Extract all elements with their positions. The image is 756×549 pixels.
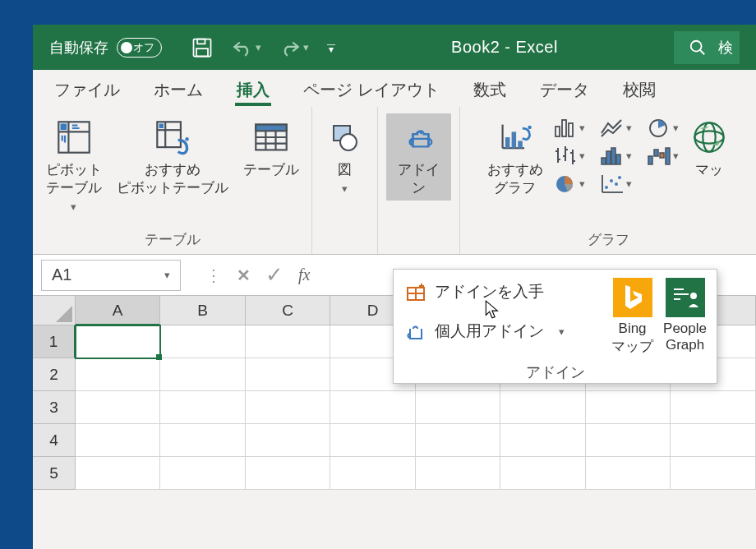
tab-formulas[interactable]: 数式 [467, 72, 513, 104]
svg-point-55 [618, 176, 621, 179]
pivot-table-button[interactable]: ピボット テーブル ▾ [44, 113, 104, 218]
name-box[interactable]: A1 ▾ [41, 260, 181, 291]
cell[interactable] [160, 424, 246, 457]
cell[interactable] [671, 391, 756, 424]
cell[interactable] [500, 391, 586, 424]
addins-dropdown: アドインを入手 個人用アドイン ▾ Bing マップ People Graph [393, 269, 717, 384]
tab-page-layout[interactable]: ページ レイアウト [297, 72, 446, 104]
cell[interactable] [246, 358, 331, 391]
col-header-A[interactable]: A [76, 296, 161, 325]
globe-icon [689, 117, 730, 158]
drag-handle-icon[interactable]: ⋮ [205, 265, 222, 285]
addins-button[interactable]: アドイ ン [386, 113, 451, 201]
row-header-3[interactable]: 3 [33, 391, 76, 424]
waterfall-button[interactable]: ▾ [647, 145, 679, 166]
title-bar: 自動保存 オフ ▾ ▾ —▾ Book2 - Excel [33, 25, 756, 70]
undo-button[interactable]: ▾ [232, 39, 261, 57]
col-header-C[interactable]: C [246, 296, 331, 325]
cell[interactable] [586, 424, 671, 457]
cell[interactable] [160, 457, 246, 490]
svg-point-58 [703, 122, 715, 151]
pie-chart-button[interactable]: ▾ [647, 117, 679, 138]
redo-button[interactable]: ▾ [279, 39, 309, 57]
search-box[interactable]: 検 [674, 31, 740, 64]
bing-maps-addin[interactable]: Bing マップ [611, 278, 653, 356]
cell[interactable] [246, 325, 331, 358]
svg-rect-43 [611, 148, 615, 164]
autosave-toggle[interactable]: 自動保存 オフ [49, 38, 162, 58]
stock-chart-button[interactable]: ▾ [553, 145, 585, 166]
cell[interactable] [671, 457, 756, 490]
illustrations-button[interactable]: 図 ▾ [323, 113, 367, 200]
tab-file[interactable]: ファイル [48, 72, 127, 104]
scatter-chart-button[interactable]: ▾ [600, 173, 632, 194]
svg-point-53 [610, 179, 613, 182]
cell[interactable] [330, 424, 416, 457]
svg-rect-2 [196, 48, 208, 56]
svg-line-4 [700, 49, 705, 54]
svg-point-13 [185, 137, 188, 141]
cell[interactable] [246, 424, 331, 457]
tab-data[interactable]: データ [533, 72, 596, 104]
tab-insert[interactable]: 挿入 [230, 72, 276, 104]
group-tables: ピボット テーブル ▾ おすすめ ピボットテーブル テーブル テーブル [33, 107, 312, 254]
row-header-4[interactable]: 4 [33, 424, 76, 457]
cell[interactable] [76, 391, 161, 424]
cell[interactable] [76, 457, 161, 490]
cell[interactable] [76, 358, 161, 391]
cell[interactable] [160, 358, 246, 391]
toggle-switch[interactable]: オフ [117, 38, 162, 58]
cell[interactable] [586, 457, 671, 490]
cell[interactable] [246, 391, 331, 424]
tab-home[interactable]: ホーム [147, 72, 210, 104]
maps-button[interactable]: マッ [687, 113, 731, 182]
confirm-icon[interactable]: ✓ [265, 262, 284, 288]
col-header-B[interactable]: B [160, 296, 246, 325]
cell[interactable] [330, 457, 416, 490]
cell[interactable] [160, 391, 246, 424]
autosave-label: 自動保存 [49, 38, 108, 58]
cell[interactable] [416, 457, 501, 490]
fx-icon[interactable]: fx [298, 265, 310, 284]
row-header-1[interactable]: 1 [33, 325, 76, 358]
cell[interactable] [246, 457, 331, 490]
cell[interactable] [500, 457, 586, 490]
shapes-icon [325, 117, 366, 158]
recommended-charts-button[interactable]: おすすめ グラフ [486, 113, 545, 201]
cell[interactable] [671, 424, 756, 457]
addin-puzzle-icon [405, 321, 426, 342]
customize-qat[interactable]: —▾ [327, 42, 335, 53]
cell[interactable] [586, 391, 671, 424]
row-header-2[interactable]: 2 [33, 358, 76, 391]
cell[interactable] [330, 391, 416, 424]
cell[interactable] [76, 424, 161, 457]
select-all-cells[interactable] [33, 296, 76, 325]
line-chart-button[interactable]: ▾ [600, 117, 632, 138]
svg-rect-26 [518, 141, 523, 148]
tab-review[interactable]: 校閲 [616, 72, 662, 104]
get-addins-item[interactable]: アドインを入手 [403, 278, 600, 306]
table-icon [251, 117, 292, 158]
cell[interactable] [160, 325, 246, 358]
row-header-5[interactable]: 5 [33, 457, 76, 490]
people-graph-addin[interactable]: People Graph [663, 278, 707, 356]
cell-A1[interactable] [76, 325, 161, 358]
save-button[interactable] [191, 36, 214, 59]
table-button[interactable]: テーブル [242, 113, 301, 182]
pie2-chart-button[interactable]: ▾ [553, 173, 585, 194]
svg-point-56 [694, 122, 723, 151]
svg-point-3 [691, 40, 702, 51]
svg-point-21 [340, 134, 357, 150]
cell[interactable] [500, 424, 586, 457]
pivot-table-icon [53, 117, 94, 158]
my-addins-item[interactable]: 個人用アドイン ▾ [403, 317, 600, 345]
store-icon [405, 281, 426, 302]
column-chart-button[interactable]: ▾ [553, 117, 585, 138]
recommended-pivot-button[interactable]: おすすめ ピボットテーブル [115, 113, 230, 201]
ribbon: ピボット テーブル ▾ おすすめ ピボットテーブル テーブル テーブル [33, 107, 756, 255]
cell[interactable] [416, 424, 501, 457]
bing-icon [613, 278, 652, 317]
cell[interactable] [416, 391, 501, 424]
cancel-icon[interactable]: ✕ [237, 265, 251, 285]
histogram-button[interactable]: ▾ [600, 145, 632, 166]
